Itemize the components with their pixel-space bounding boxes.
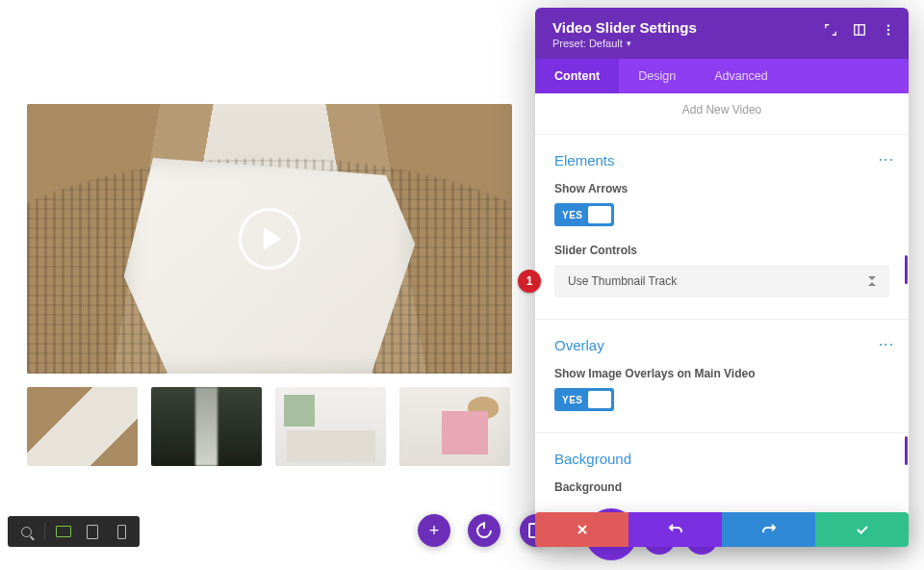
field-label: Slider Controls	[554, 244, 889, 257]
tabs: Content Design Advanced	[535, 59, 909, 93]
section-title[interactable]: Background	[554, 451, 889, 467]
action-bar	[535, 512, 909, 547]
thumbnail[interactable]	[275, 387, 386, 466]
tablet-icon[interactable]	[80, 519, 105, 544]
svg-point-2	[887, 24, 889, 26]
show-arrows-toggle[interactable]: YES	[554, 203, 614, 226]
add-new-video[interactable]: Add New Video	[535, 93, 909, 134]
desktop-icon[interactable]	[51, 519, 76, 544]
thumbnail-track	[27, 387, 512, 466]
preview-area	[27, 104, 512, 466]
svg-point-4	[887, 33, 889, 35]
scrollbar[interactable]	[905, 436, 908, 465]
thumbnail[interactable]	[151, 387, 262, 466]
undo-button[interactable]	[629, 512, 722, 547]
svg-rect-0	[855, 25, 865, 36]
viewport-bar	[8, 516, 140, 547]
panel-body[interactable]: Add New Video Elements ⋮ Show Arrows YES…	[535, 93, 909, 517]
redo-button[interactable]	[722, 512, 815, 547]
confirm-button[interactable]	[815, 512, 909, 547]
phone-icon[interactable]	[109, 519, 134, 544]
section-elements: Elements ⋮ Show Arrows YES Slider Contro…	[535, 134, 909, 319]
expand-icon[interactable]	[820, 19, 841, 40]
field-label: Show Image Overlays on Main Video	[554, 367, 889, 380]
section-background: Background Background	[535, 432, 909, 517]
panel-header[interactable]: Video Slider Settings Preset: Default	[535, 8, 909, 59]
search-icon[interactable]	[13, 519, 38, 544]
section-more-icon[interactable]: ⋮	[877, 152, 895, 167]
section-overlay: Overlay ⋮ Show Image Overlays on Main Vi…	[535, 319, 909, 432]
section-title[interactable]: Elements	[554, 152, 889, 168]
show-overlays-toggle[interactable]: YES	[554, 388, 614, 411]
scrollbar[interactable]	[905, 255, 908, 284]
main-video[interactable]	[27, 104, 512, 374]
field-label: Show Arrows	[554, 182, 889, 195]
section-more-icon[interactable]: ⋮	[877, 337, 895, 351]
layout-icon[interactable]	[849, 19, 870, 40]
svg-point-3	[887, 29, 889, 31]
cancel-button[interactable]	[535, 512, 629, 547]
settings-panel: Video Slider Settings Preset: Default Co…	[535, 8, 909, 547]
slider-controls-select[interactable]: Use Thumbnail Track	[554, 265, 889, 298]
more-icon[interactable]	[878, 19, 899, 40]
field-label: Background	[554, 480, 889, 494]
add-button[interactable]: +	[418, 514, 450, 547]
tab-content[interactable]: Content	[535, 59, 619, 93]
tab-design[interactable]: Design	[619, 59, 695, 93]
play-icon[interactable]	[239, 208, 300, 270]
section-title[interactable]: Overlay	[554, 337, 889, 353]
thumbnail[interactable]	[399, 387, 510, 466]
thumbnail[interactable]	[27, 387, 138, 466]
divider	[44, 523, 45, 540]
power-button[interactable]	[468, 514, 500, 547]
callout-badge: 1	[518, 270, 541, 293]
tab-advanced[interactable]: Advanced	[695, 59, 787, 93]
